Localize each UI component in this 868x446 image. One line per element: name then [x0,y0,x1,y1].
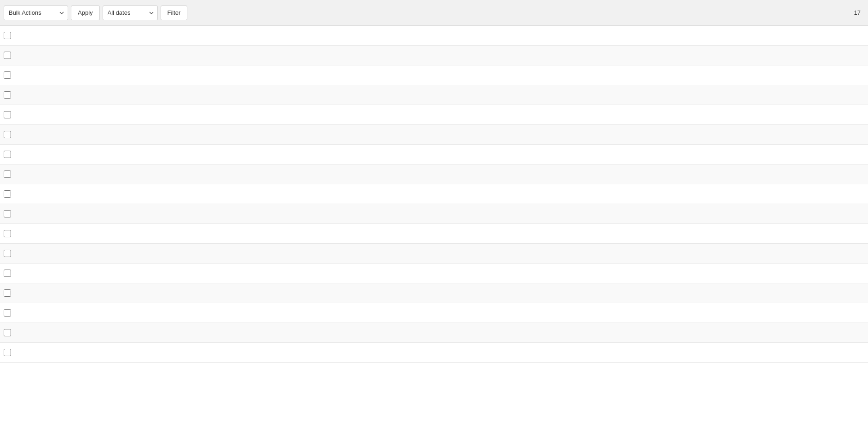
dates-select[interactable]: All dates Today This week This month [103,6,158,20]
row-checkbox[interactable] [4,71,11,79]
list-row [0,26,868,46]
list-row [0,164,868,184]
row-checkbox[interactable] [4,230,11,237]
list-row [0,323,868,343]
row-checkbox[interactable] [4,111,11,118]
row-checkbox[interactable] [4,289,11,297]
row-checkbox[interactable] [4,210,11,217]
list-container [0,26,868,363]
row-checkbox[interactable] [4,270,11,277]
list-row [0,65,868,85]
row-checkbox[interactable] [4,131,11,138]
row-checkbox[interactable] [4,309,11,317]
list-row [0,224,868,244]
list-row [0,264,868,283]
apply-button[interactable]: Apply [71,6,100,20]
toolbar: Bulk Actions Delete Edit Apply All dates… [0,0,868,26]
row-checkbox[interactable] [4,91,11,99]
list-row [0,343,868,363]
row-checkbox[interactable] [4,349,11,356]
row-checkbox[interactable] [4,329,11,336]
list-row [0,303,868,323]
row-checkbox[interactable] [4,250,11,257]
row-checkbox[interactable] [4,170,11,178]
row-checkbox[interactable] [4,32,11,39]
bulk-actions-select[interactable]: Bulk Actions Delete Edit [4,6,68,20]
row-checkbox[interactable] [4,52,11,59]
row-checkbox[interactable] [4,151,11,158]
row-checkbox[interactable] [4,190,11,198]
list-row [0,204,868,224]
list-row [0,244,868,264]
list-row [0,125,868,145]
filter-button[interactable]: Filter [161,6,188,20]
list-row [0,105,868,125]
list-row [0,85,868,105]
list-row [0,46,868,65]
list-row [0,184,868,204]
count-display: 17 [854,9,864,16]
list-row [0,283,868,303]
list-row [0,145,868,164]
